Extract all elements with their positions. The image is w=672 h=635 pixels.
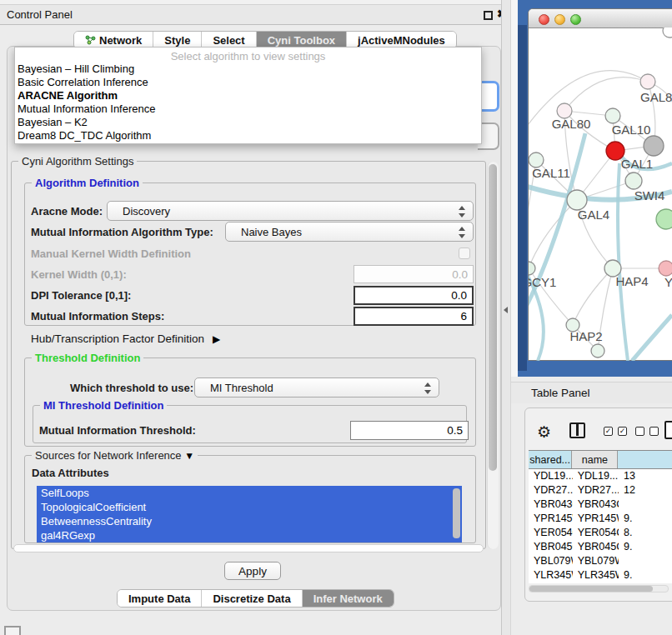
column-header-name[interactable]: name (572, 451, 618, 468)
node-label-hap2: HAP2 (569, 329, 602, 343)
table-row[interactable]: YDL19...YDL19...13 (529, 469, 672, 483)
settings-hscrollbar[interactable] (13, 544, 484, 552)
network-edge (632, 315, 672, 361)
expand-arrow-icon[interactable]: ▶ (213, 333, 220, 345)
window-minimize-button[interactable] (554, 14, 565, 25)
window-zoom-button[interactable] (570, 14, 581, 25)
node-table[interactable]: shared...name YDL19...YDL19...13YDR27...… (529, 450, 672, 583)
table-row[interactable]: YLR345WYLR345W9. (529, 568, 672, 582)
network-node[interactable] (591, 344, 604, 358)
which-threshold-select[interactable]: MI Threshold (194, 378, 439, 398)
network-node-swi4[interactable] (625, 172, 642, 189)
checked-checkbox-icon[interactable]: ✓ (618, 427, 627, 436)
attribute-item-betweennesscentrality[interactable]: BetweennessCentrality (37, 514, 462, 528)
table-row[interactable]: YBR043CYBR043C (529, 498, 672, 512)
which-threshold-label: Which threshold to use: (70, 382, 193, 394)
algorithm-dropdown-popup: Select algorithm to view settings Bayesi… (14, 47, 482, 144)
network-node-gal8[interactable] (640, 74, 655, 89)
column-header-extra[interactable] (618, 451, 672, 468)
hub-definition-section[interactable]: Hub/Transcription Factor Definition ▶ (31, 332, 220, 345)
mi-threshold-input[interactable]: 0.5 (350, 421, 469, 440)
column-header-shared[interactable]: shared... (529, 451, 572, 468)
attribute-item-gal4rgexp[interactable]: gal4RGexp (37, 528, 462, 542)
table-row[interactable]: YIL052CYIL052C9. (529, 582, 672, 583)
mi-steps-input[interactable]: 6 (354, 307, 474, 326)
network-graph[interactable]: GAL8GAL80GAL10GAL1SWI4GAL11GAL4GCY1HAP4Y… (529, 28, 672, 361)
network-icon (85, 35, 96, 45)
bottom-tab-discretize-data[interactable]: Discretize Data (202, 590, 302, 607)
gear-icon[interactable]: ⚙ (537, 422, 551, 442)
unchecked-checkbox-icon[interactable] (649, 427, 659, 436)
tab-style[interactable]: Style (153, 32, 202, 48)
dropdown-placeholder: Select algorithm to view settings (15, 48, 481, 62)
cell: 9. (619, 540, 672, 554)
attribute-item-topologicalcoefficient[interactable]: TopologicalCoefficient (37, 500, 462, 514)
table-row[interactable]: YPR145WYPR145W9. (529, 512, 672, 526)
mi-type-select[interactable]: Naive Bayes (225, 222, 474, 242)
network-node[interactable] (644, 136, 664, 156)
table-row[interactable]: YDR27...YDR27...12 (529, 483, 672, 498)
bottom-tab-infer-network[interactable]: Infer Network (303, 590, 394, 607)
tab-jactivemnodules[interactable]: jActiveMNodules (347, 32, 456, 48)
algorithm-option-basic-correlation-inference[interactable]: Basic Correlation Inference (15, 76, 481, 89)
document-icon[interactable] (664, 421, 672, 439)
network-window-shadow (518, 25, 527, 371)
algorithm-option-dream8-dc-tdc-algorithm[interactable]: Dream8 DC_TDC Algorithm (15, 129, 481, 142)
tab-label: Style (164, 34, 190, 47)
bottom-tab-impute-data[interactable]: Impute Data (118, 590, 202, 607)
settings-scrollbar-thumb[interactable] (489, 164, 497, 471)
tab-label: jActiveMNodules (358, 34, 445, 47)
float-panel-icon[interactable] (484, 11, 493, 20)
node-label-hap4: HAP4 (615, 274, 648, 288)
algorithm-option-mutual-information-inference[interactable]: Mutual Information Inference (15, 102, 481, 116)
aracne-mode-select[interactable]: Discovery (107, 201, 474, 221)
network-window-titlebar[interactable] (529, 9, 672, 28)
cell: YBR043C (573, 498, 619, 512)
kernel-width-input[interactable]: 0.0 (354, 265, 474, 283)
cell: YDR27... (573, 483, 619, 498)
sources-title: Sources for Network Inference ▼ (32, 449, 198, 462)
collapse-arrow-icon[interactable]: ▼ (184, 450, 194, 462)
manual-kernel-checkbox[interactable] (459, 248, 470, 259)
table-row[interactable]: YER054CYER054C8. (529, 526, 672, 540)
docked-panel-icon[interactable] (4, 626, 21, 635)
network-node-y[interactable] (659, 261, 672, 276)
split-pane-divider[interactable] (501, 0, 511, 635)
tab-network[interactable]: Network (74, 32, 153, 48)
apply-button-label: Apply (238, 565, 267, 578)
unchecked-checkbox-icon[interactable] (635, 427, 644, 436)
algorithm-option-bayesian-k2[interactable]: Bayesian – K2 (15, 116, 481, 129)
table-row[interactable]: YBL079WYBL079W (529, 554, 672, 568)
split-collapse-arrow-icon[interactable] (504, 307, 508, 313)
tab-select[interactable]: Select (202, 32, 256, 48)
dpi-tolerance-input[interactable]: 0.0 (354, 286, 474, 305)
cell: YDR27... (529, 483, 573, 498)
data-attributes-list[interactable]: SelfLoopsTopologicalCoefficientBetweenne… (37, 486, 462, 542)
attributes-scrollbar[interactable] (453, 488, 460, 538)
tab-cyni-toolbox[interactable]: Cyni Toolbox (257, 32, 347, 48)
attribute-item-selfloops[interactable]: SelfLoops (37, 486, 462, 500)
table-panel-titlebar: Table Panel (511, 382, 672, 403)
tab-label: Network (99, 34, 142, 47)
table-hscrollbar-thumb[interactable] (529, 586, 653, 592)
apply-button[interactable]: Apply (224, 562, 281, 580)
network-node-gal10[interactable] (605, 108, 620, 123)
checked-checkbox-icon[interactable]: ✓ (604, 427, 613, 436)
network-node[interactable] (656, 209, 672, 229)
column-layout-icon[interactable] (569, 422, 585, 438)
cell (619, 554, 672, 568)
table-row[interactable]: YBR045CYBR045C9. (529, 540, 672, 554)
node-label-y: Y (664, 275, 672, 289)
hub-definition-label: Hub/Transcription Factor Definition (31, 332, 204, 345)
panel-title: Control Panel (0, 8, 73, 21)
algorithm-option-bayesian-hill-climbing[interactable]: Bayesian – Hill Climbing (15, 62, 481, 76)
cell: YPR145W (529, 512, 573, 526)
network-node[interactable] (663, 28, 672, 38)
aracne-mode-label: Aracne Mode: (31, 205, 103, 218)
algorithm-option-aracne-algorithm[interactable]: ARACNE Algorithm (15, 89, 481, 102)
network-node-gcy1[interactable] (529, 262, 535, 275)
node-label-gcy1: GCY1 (529, 275, 556, 289)
node-label-swi4: SWI4 (634, 188, 665, 202)
window-close-button[interactable] (539, 14, 549, 25)
cell: 9. (619, 512, 672, 526)
